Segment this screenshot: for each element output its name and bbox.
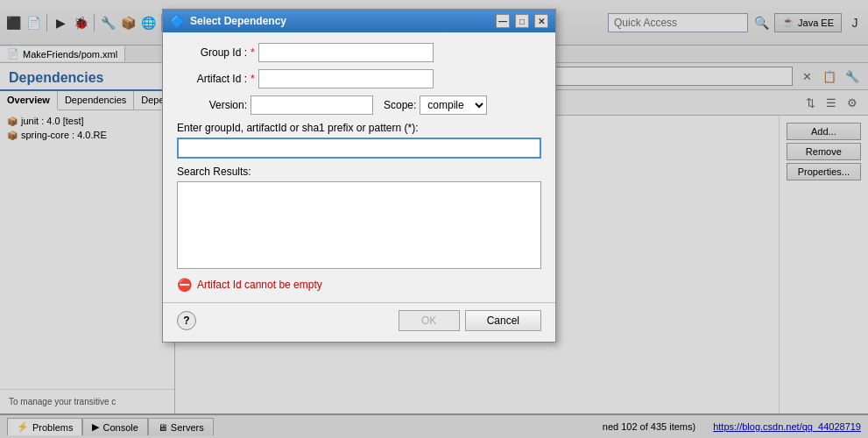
- artifact-required-star: *: [251, 73, 255, 85]
- group-id-label: Group Id :: [177, 46, 247, 59]
- search-section: Enter groupId, artifactId or sha1 prefix…: [177, 122, 541, 159]
- ok-button[interactable]: OK: [399, 310, 460, 331]
- artifact-id-input[interactable]: [258, 69, 434, 88]
- dialog-footer: ? OK Cancel: [163, 302, 555, 342]
- error-icon: ⛔: [177, 278, 192, 292]
- group-id-input[interactable]: [258, 43, 434, 62]
- modal-overlay: 🔷 Select Dependency — □ ✕ Group Id : *: [0, 0, 868, 438]
- search-label: Enter groupId, artifactId or sha1 prefix…: [177, 122, 541, 134]
- error-text: Artifact Id cannot be empty: [197, 279, 322, 291]
- artifact-id-label: Artifact Id :: [177, 73, 247, 85]
- results-box: [177, 181, 541, 269]
- error-row: ⛔ Artifact Id cannot be empty: [177, 278, 541, 292]
- dialog-body: Group Id : * Artifact Id : * Version: Sc…: [163, 32, 555, 302]
- dialog-title: Select Dependency: [190, 15, 490, 27]
- dialog-icon: 🔷: [170, 14, 185, 28]
- group-id-row: Group Id : *: [177, 43, 541, 62]
- select-dependency-dialog: 🔷 Select Dependency — □ ✕ Group Id : *: [162, 9, 556, 343]
- eclipse-workspace: ⬛ 📄 ▶ 🐞 🔧 📦 🌐 ⬅ ➡ 🔍 ☕ Java EE J 📄: [0, 0, 868, 438]
- results-label: Search Results:: [177, 166, 541, 178]
- search-input[interactable]: [177, 138, 541, 159]
- scope-select[interactable]: compile test provided runtime system: [420, 95, 487, 115]
- version-label: Version:: [177, 99, 247, 111]
- footer-actions: OK Cancel: [399, 310, 541, 331]
- dialog-minimize-button[interactable]: —: [496, 14, 510, 28]
- dialog-close-button[interactable]: ✕: [534, 14, 548, 28]
- scope-label: Scope:: [384, 99, 416, 111]
- cancel-button[interactable]: Cancel: [465, 310, 541, 331]
- version-input[interactable]: [251, 95, 373, 115]
- help-button[interactable]: ?: [177, 311, 196, 330]
- dialog-maximize-button[interactable]: □: [515, 14, 529, 28]
- version-scope-row: Version: Scope: compile test provided ru…: [177, 95, 541, 115]
- group-required-star: *: [251, 46, 255, 59]
- dialog-titlebar: 🔷 Select Dependency — □ ✕: [163, 10, 555, 32]
- artifact-id-row: Artifact Id : *: [177, 69, 541, 88]
